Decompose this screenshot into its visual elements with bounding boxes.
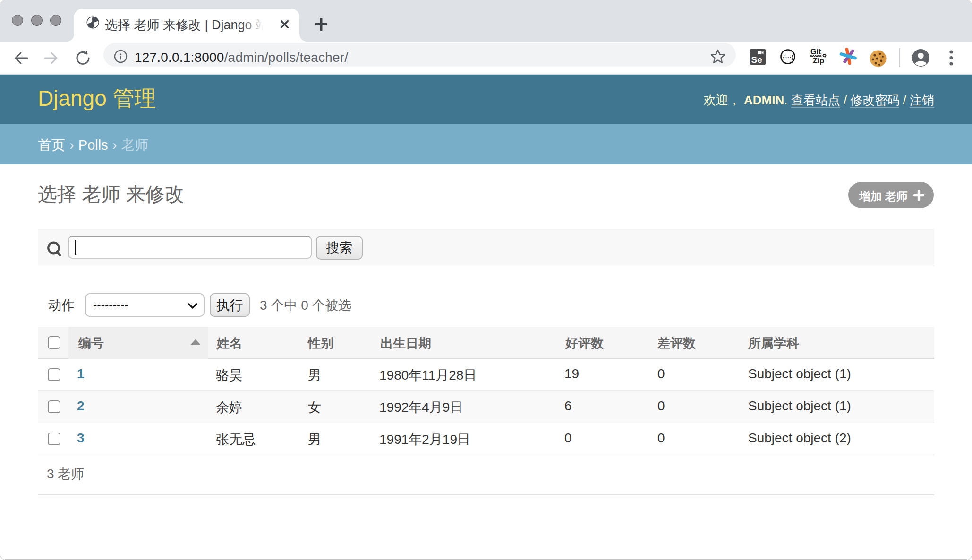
svg-text:Git: Git bbox=[810, 48, 821, 56]
svg-text:{···}: {···} bbox=[783, 53, 793, 60]
svg-text:Se: Se bbox=[751, 55, 762, 65]
svg-text:Zip: Zip bbox=[813, 57, 824, 65]
